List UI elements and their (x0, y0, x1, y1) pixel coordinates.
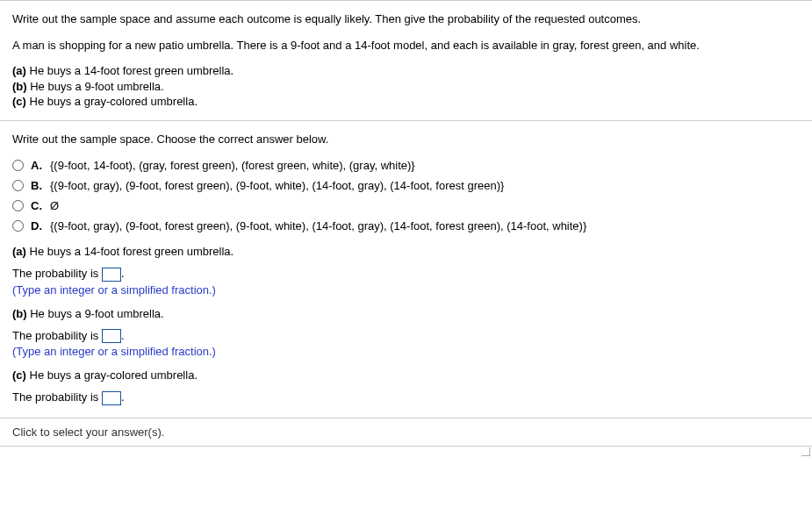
radio-c[interactable] (12, 200, 24, 211)
option-a-text: {(9-foot, 14-foot), (gray, forest green)… (50, 159, 415, 172)
prob-a-input[interactable] (102, 268, 121, 282)
part-c-text: He buys a gray-colored umbrella. (30, 368, 198, 382)
part-c: (c) He buys a gray-colored umbrella. The… (12, 368, 800, 405)
prob-c-period: . (121, 390, 125, 404)
bottom-edge (0, 446, 812, 458)
part-a: (a) He buys a 14-foot forest green umbre… (12, 245, 800, 297)
radio-a[interactable] (12, 160, 24, 171)
options-group: A. {(9-foot, 14-foot), (gray, forest gre… (12, 159, 800, 232)
prob-a-prefix: The probability is (12, 267, 102, 280)
subpart-c: (c) He buys a gray-colored umbrella. (12, 94, 800, 110)
subpart-a-text: He buys a 14-foot forest green umbrella. (30, 64, 234, 77)
prob-b-prefix: The probability is (12, 329, 102, 342)
option-c-label: C. (31, 199, 50, 212)
part-c-heading: (c) He buys a gray-colored umbrella. (12, 368, 800, 382)
part-a-heading: (a) He buys a 14-foot forest green umbre… (12, 245, 800, 258)
option-b-text: {(9-foot, gray), (9-foot, forest green),… (50, 179, 504, 192)
answer-block: Write out the sample space. Choose the c… (0, 121, 812, 405)
label-c2: (c) (12, 368, 26, 382)
option-a-row[interactable]: A. {(9-foot, 14-foot), (gray, forest gre… (12, 159, 800, 172)
subpart-c-text: He buys a gray-colored umbrella. (30, 95, 198, 108)
prob-c-prefix: The probability is (12, 390, 102, 404)
prob-c-line: The probability is . (12, 390, 800, 405)
option-d-label: D. (31, 219, 50, 232)
hint-b: (Type an integer or a simplified fractio… (12, 345, 800, 358)
part-b-text: He buys a 9-foot umbrella. (30, 307, 163, 320)
prob-c-input[interactable] (102, 391, 121, 405)
question-block: Write out the sample space and assume ea… (0, 0, 812, 110)
prob-a-line: The probability is . (12, 267, 800, 282)
subpart-a: (a) He buys a 14-foot forest green umbre… (12, 63, 800, 79)
footer: Click to select your answer(s). (0, 418, 812, 446)
label-b: (b) (12, 80, 27, 93)
subpart-b: (b) He buys a 9-foot umbrella. (12, 79, 800, 95)
prob-a-period: . (121, 267, 125, 280)
radio-b[interactable] (12, 180, 24, 191)
prob-b-input[interactable] (102, 329, 121, 343)
label-a2: (a) (12, 245, 26, 258)
subpart-b-text: He buys a 9-foot umbrella. (30, 80, 163, 93)
part-b: (b) He buys a 9-foot umbrella. The proba… (12, 307, 800, 359)
part-b-heading: (b) He buys a 9-foot umbrella. (12, 307, 800, 320)
label-b2: (b) (12, 307, 27, 320)
option-c-row[interactable]: C. Ø (12, 199, 800, 212)
radio-d[interactable] (12, 220, 24, 232)
option-d-text: {(9-foot, gray), (9-foot, forest green),… (50, 219, 586, 232)
prob-b-line: The probability is . (12, 329, 800, 344)
sample-space-instruction: Write out the sample space. Choose the c… (12, 132, 800, 147)
footer-text: Click to select your answer(s). (12, 425, 164, 439)
label-a: (a) (12, 64, 26, 77)
option-b-row[interactable]: B. {(9-foot, gray), (9-foot, forest gree… (12, 179, 800, 192)
resize-corner-icon (801, 447, 810, 456)
option-a-label: A. (31, 159, 50, 172)
subparts-list: (a) He buys a 14-foot forest green umbre… (12, 63, 800, 110)
part-a-text: He buys a 14-foot forest green umbrella. (30, 245, 234, 258)
option-d-row[interactable]: D. {(9-foot, gray), (9-foot, forest gree… (12, 219, 800, 232)
prob-b-period: . (121, 329, 125, 342)
option-b-label: B. (31, 179, 50, 192)
question-prompt: Write out the sample space and assume ea… (12, 11, 800, 27)
label-c: (c) (12, 95, 26, 108)
question-scenario: A man is shopping for a new patio umbrel… (12, 38, 800, 54)
option-c-text: Ø (50, 199, 59, 212)
hint-a: (Type an integer or a simplified fractio… (12, 283, 800, 297)
